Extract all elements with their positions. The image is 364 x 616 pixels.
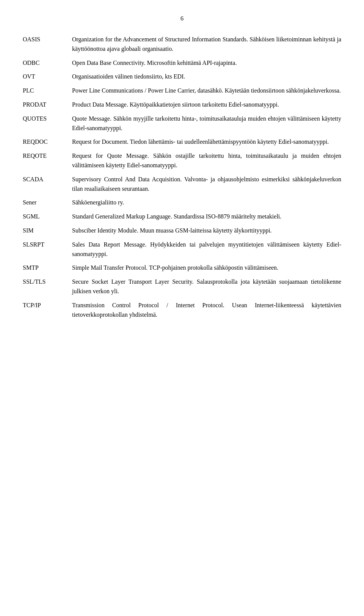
glossary-term: SMTP [23,262,72,276]
glossary-row: SSL/TLSSecure Socket Layer Transport Lay… [23,276,341,299]
glossary-definition: Request for Quote Message. Sähkön ostaji… [72,150,341,173]
glossary-row: SMTPSimple Mail Transfer Protocol. TCP-p… [23,262,341,276]
glossary-definition: Standard Generalized Markup Language. St… [72,211,341,225]
glossary-row: ODBCOpen Data Base Connectivity. Microso… [23,57,341,71]
glossary-table: OASISOrganization for the Advancement of… [23,33,341,322]
glossary-term: OASIS [23,33,72,57]
glossary-definition: Request for Document. Tiedon lähettämis-… [72,136,341,150]
glossary-definition: Open Data Base Connectivity. Microsoftin… [72,57,341,71]
glossary-definition: Sähköenergialiitto ry. [72,196,341,211]
glossary-definition: Sales Data Report Message. Hyödykkeiden … [72,239,341,262]
glossary-definition: Organisaatioiden välinen tiedonsiirto, k… [72,71,341,85]
glossary-definition: Subsciber Identity Module. Muun muassa G… [72,225,341,239]
glossary-term: QUOTES [23,113,72,136]
glossary-term: REQOTE [23,150,72,173]
glossary-row: SenerSähköenergialiitto ry. [23,196,341,211]
glossary-definition: Power Line Communications / Power Line C… [72,85,341,99]
glossary-term: SCADA [23,173,72,197]
glossary-row: PLCPower Line Communications / Power Lin… [23,85,341,99]
glossary-term: TCP/IP [23,299,72,323]
glossary-term: SLSRPT [23,239,72,262]
glossary-definition: Supervisory Control And Data Acquisition… [72,173,341,197]
glossary-definition: Secure Socket Layer Transport Layer Secu… [72,276,341,299]
glossary-term: ODBC [23,57,72,71]
glossary-row: SGMLStandard Generalized Markup Language… [23,211,341,225]
glossary-term: Sener [23,196,72,211]
glossary-definition: Transmission Control Protocol / Internet… [72,299,341,323]
glossary-definition: Product Data Message. Käyttöpaikkatietoj… [72,99,341,113]
glossary-term: PLC [23,85,72,99]
glossary-row: SIMSubsciber Identity Module. Muun muass… [23,225,341,239]
glossary-definition: Organization for the Advancement of Stru… [72,33,341,57]
glossary-row: TCP/IPTransmission Control Protocol / In… [23,299,341,323]
glossary-row: SLSRPTSales Data Report Message. Hyödykk… [23,239,341,262]
glossary-row: QUOTESQuote Message. Sähkön myyjille tar… [23,113,341,136]
glossary-row: REQOTERequest for Quote Message. Sähkön … [23,150,341,173]
page-number: 6 [23,15,341,22]
glossary-term: OVT [23,71,72,85]
glossary-term: REQDOC [23,136,72,150]
glossary-term: PRODAT [23,99,72,113]
glossary-row: OVTOrganisaatioiden välinen tiedonsiirto… [23,71,341,85]
glossary-term: SSL/TLS [23,276,72,299]
glossary-row: PRODATProduct Data Message. Käyttöpaikka… [23,99,341,113]
glossary-term: SGML [23,211,72,225]
glossary-term: SIM [23,225,72,239]
glossary-definition: Simple Mail Transfer Protocol. TCP-pohja… [72,262,341,276]
glossary-row: REQDOCRequest for Document. Tiedon lähet… [23,136,341,150]
glossary-row: SCADASupervisory Control And Data Acquis… [23,173,341,197]
glossary-definition: Quote Message. Sähkön myyjille tarkoitet… [72,113,341,136]
glossary-row: OASISOrganization for the Advancement of… [23,33,341,57]
